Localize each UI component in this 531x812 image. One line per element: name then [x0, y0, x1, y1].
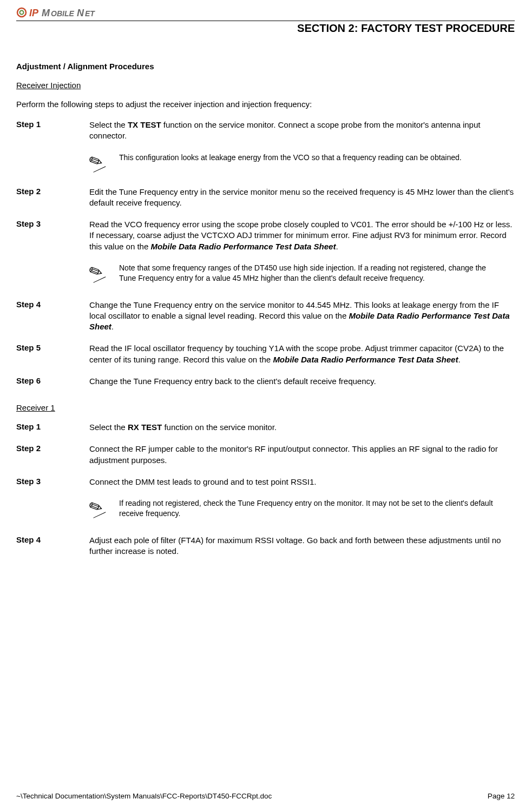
logo: IP M OBILE N ET [16, 5, 114, 19]
subsection-receiver-injection: Receiver Injection [16, 81, 515, 90]
step-label: Step 4 [16, 300, 89, 333]
pencil-icon: ✎ [89, 263, 119, 281]
t: Mobile Data Radio Performance Test Data … [150, 242, 336, 251]
t: Mobile Data Radio Performance Test Data … [273, 355, 458, 364]
step-body: Select the TX TEST function on the servi… [89, 120, 515, 142]
step-label: Step 6 [16, 376, 89, 387]
t: Select the [89, 120, 128, 129]
note-block: ✎ Note that some frequency ranges of the… [89, 263, 515, 283]
svg-text:N: N [77, 8, 84, 18]
svg-point-1 [20, 11, 24, 15]
note-text: This configuration looks at leakage ener… [119, 153, 515, 163]
note-text: Note that some frequency ranges of the D… [119, 263, 515, 283]
t: . [458, 355, 460, 364]
step-label: Step 3 [16, 219, 89, 252]
step-row: Step 4 Change the Tune Frequency entry o… [16, 300, 515, 333]
footer: ~\Technical Documentation\System Manuals… [16, 792, 515, 800]
footer-path: ~\Technical Documentation\System Manuals… [16, 792, 272, 800]
step-row: Step 5 Read the IF local oscillator freq… [16, 343, 515, 365]
step-row: Step 3 Connect the DMM test leads to gro… [16, 477, 515, 487]
intro-text: Perform the following steps to adjust th… [16, 100, 515, 109]
svg-text:OBILE: OBILE [51, 9, 74, 18]
footer-page: Page 12 [488, 792, 515, 800]
subsection-receiver-1: Receiver 1 [16, 403, 515, 412]
note-text: If reading not registered, check the Tun… [119, 498, 515, 519]
step-body: Adjust each pole of filter (FT4A) for ma… [89, 535, 515, 557]
t: . [336, 242, 338, 251]
step-body: Change the Tune Frequency entry back to … [89, 376, 515, 387]
section-title: SECTION 2: FACTORY TEST PROCEDURE [16, 21, 515, 35]
step-row: Step 1 Select the RX TEST function on th… [16, 422, 515, 433]
page-header: IP M OBILE N ET SECTION 2: FACTORY TEST … [16, 5, 515, 35]
logo-row: IP M OBILE N ET [16, 5, 515, 19]
step-row: Step 4 Adjust each pole of filter (FT4A)… [16, 535, 515, 557]
step-body: Change the Tune Frequency entry on the s… [89, 300, 515, 333]
step-body: Select the RX TEST function on the servi… [89, 422, 515, 433]
t: . [112, 322, 114, 331]
t: Select the [89, 422, 128, 432]
step-label: Step 1 [16, 422, 89, 433]
step-row: Step 1 Select the TX TEST function on th… [16, 120, 515, 142]
step-row: Step 6 Change the Tune Frequency entry b… [16, 376, 515, 387]
note-block: ✎ If reading not registered, check the T… [89, 498, 515, 519]
t: function on the service monitor. [162, 422, 277, 432]
step-body: Read the IF local oscillator frequency b… [89, 343, 515, 365]
t: TX TEST [128, 120, 161, 129]
step-label: Step 4 [16, 535, 89, 557]
svg-point-0 [17, 8, 26, 17]
step-body: Edit the Tune Frequency entry in the ser… [89, 187, 515, 209]
step-label: Step 1 [16, 120, 89, 142]
step-row: Step 2 Edit the Tune Frequency entry in … [16, 187, 515, 209]
t: RX TEST [128, 422, 162, 432]
main-heading: Adjustment / Alignment Procedures [16, 62, 515, 71]
note-block: ✎ This configuration looks at leakage en… [89, 153, 515, 170]
svg-text:ET: ET [85, 9, 95, 18]
step-label: Step 5 [16, 343, 89, 365]
svg-text:M: M [42, 8, 50, 18]
step-label: Step 2 [16, 444, 89, 466]
step-label: Step 3 [16, 477, 89, 487]
step-row: Step 3 Read the VCO frequency error usin… [16, 219, 515, 252]
step-body: Connect the DMM test leads to ground and… [89, 477, 515, 487]
step-label: Step 2 [16, 187, 89, 209]
step-row: Step 2 Connect the RF jumper cable to th… [16, 444, 515, 466]
pencil-icon: ✎ [89, 498, 119, 516]
step-body: Read the VCO frequency error using the s… [89, 219, 515, 252]
pencil-icon: ✎ [89, 153, 119, 170]
svg-text:IP: IP [29, 8, 39, 18]
step-body: Connect the RF jumper cable to the monit… [89, 444, 515, 466]
